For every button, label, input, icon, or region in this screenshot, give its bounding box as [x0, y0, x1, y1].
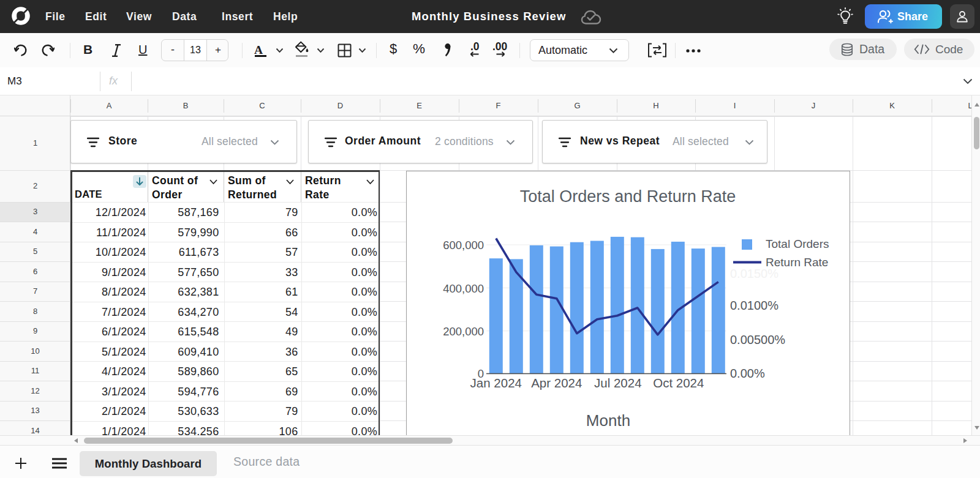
svg-text:Oct 2024: Oct 2024	[653, 376, 704, 390]
svg-text:Jan 2024: Jan 2024	[470, 376, 522, 390]
svg-text:Jul 2024: Jul 2024	[594, 376, 642, 390]
svg-text:0.0100%: 0.0100%	[730, 299, 778, 312]
svg-text:200,000: 200,000	[443, 325, 484, 338]
svg-text:600,000: 600,000	[443, 239, 484, 252]
svg-text:0.0150%: 0.0150%	[730, 267, 778, 280]
svg-text:.0: .0	[470, 40, 480, 53]
svg-text:400,000: 400,000	[443, 282, 484, 295]
svg-text:Return Rate: Return Rate	[766, 256, 828, 269]
svg-text:Month: Month	[586, 411, 630, 430]
svg-text:0.00500%: 0.00500%	[730, 333, 785, 346]
svg-text:0.00%: 0.00%	[730, 367, 765, 380]
svg-text:Apr 2024: Apr 2024	[531, 376, 582, 390]
svg-text:.00: .00	[492, 40, 508, 53]
svg-text:Total Orders: Total Orders	[766, 237, 829, 250]
svg-text:Total Orders and Return Rate: Total Orders and Return Rate	[520, 187, 736, 206]
